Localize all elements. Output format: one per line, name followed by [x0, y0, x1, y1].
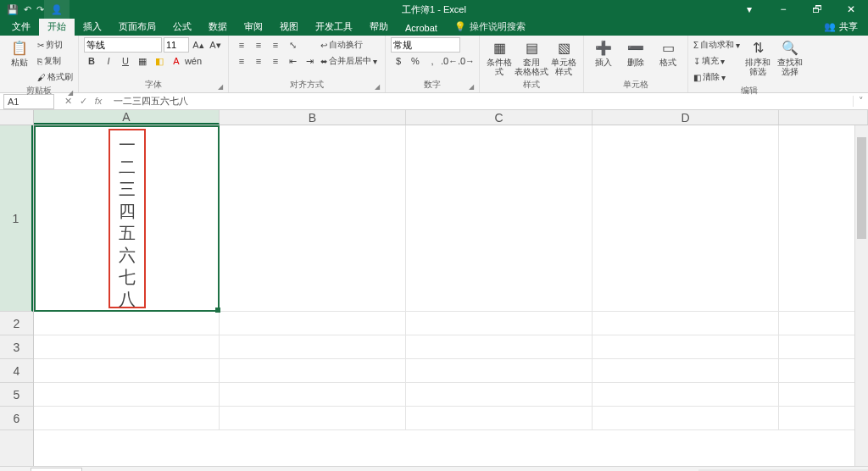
fill-color-button[interactable]: ◧ [152, 53, 167, 69]
align-middle-icon[interactable]: ≡ [251, 37, 266, 53]
increase-font-icon[interactable]: A▴ [191, 37, 206, 53]
sheet-tab-1[interactable]: Sheet1 [31, 468, 82, 471]
find-select-button[interactable]: 🔍查找和选择 [776, 37, 804, 78]
tab-dev[interactable]: 开发工具 [307, 18, 361, 36]
row-header-4[interactable]: 4 [0, 359, 33, 383]
autosum-button[interactable]: Σ自动求和▾ [693, 37, 740, 53]
tab-help[interactable]: 帮助 [361, 18, 397, 36]
sum-label: 自动求和 [700, 39, 734, 51]
tab-data[interactable]: 数据 [200, 18, 236, 36]
wrap-text-button[interactable]: ↩自动换行 [320, 37, 380, 53]
group-number: $ % , .0← .0→ 数字◢ [386, 36, 480, 92]
increase-decimal-icon[interactable]: .0← [442, 53, 457, 69]
insert-cells-button[interactable]: ➕插入 [589, 37, 618, 69]
paste-button[interactable]: 📋 粘贴 [5, 37, 34, 69]
font-name-select[interactable] [84, 37, 162, 53]
col-header-B[interactable]: B [220, 110, 406, 125]
bold-button[interactable]: B [84, 53, 99, 69]
cells-area[interactable]: 一 二 三 四 五 六 七 八 [34, 125, 868, 466]
worksheet-grid[interactable]: A B C D 1 2 3 4 5 6 一 二 三 四 五 六 七 八 [0, 110, 868, 466]
border-button[interactable]: ▦ [135, 53, 150, 69]
column-headers[interactable]: A B C D [34, 110, 868, 125]
number-format-select[interactable] [391, 37, 460, 53]
fill-button[interactable]: ↧填充▾ [693, 53, 740, 69]
redo-icon[interactable]: ↷ [36, 4, 44, 15]
comma-icon[interactable]: , [425, 53, 440, 69]
col-header-C[interactable]: C [406, 110, 593, 125]
account-icon[interactable]: 👤 [44, 0, 70, 19]
align-left-icon[interactable]: ≡ [234, 53, 249, 69]
minimize-icon[interactable]: − [766, 0, 800, 19]
tab-insert[interactable]: 插入 [75, 18, 110, 36]
row-header-3[interactable]: 3 [0, 335, 33, 359]
delete-cells-button[interactable]: ➖删除 [621, 37, 650, 69]
col-header-A[interactable]: A [34, 110, 220, 125]
tab-view[interactable]: 视图 [271, 18, 307, 36]
percent-icon[interactable]: % [408, 53, 423, 69]
cut-button[interactable]: ✂剪切 [37, 37, 73, 53]
vertical-scrollbar[interactable] [854, 125, 868, 466]
decrease-indent-icon[interactable]: ⇤ [285, 53, 300, 69]
tab-home[interactable]: 开始 [39, 18, 75, 36]
format-as-table-button[interactable]: ▤套用 表格格式 [517, 37, 546, 78]
copy-button[interactable]: ⎘复制 [37, 53, 73, 69]
fx-icon[interactable]: fx [92, 96, 105, 107]
align-bottom-icon[interactable]: ≡ [268, 37, 283, 53]
select-all-corner[interactable] [0, 110, 34, 125]
decrease-decimal-icon[interactable]: .0→ [459, 53, 474, 69]
font-color-button[interactable]: A [169, 53, 184, 69]
table-icon: ▤ [523, 39, 540, 56]
increase-indent-icon[interactable]: ⇥ [302, 53, 317, 69]
group-alignment: ≡ ≡ ≡ ⤡ ≡ ≡ ≡ ⇤ ⇥ ↩自动换行 ⬌合并后居中▾ 对齐方式◢ [229, 36, 386, 92]
dialog-launcher-icon[interactable]: ◢ [469, 83, 474, 91]
conditional-formatting-button[interactable]: ▦条件格式 [485, 37, 514, 78]
expand-formula-bar-icon[interactable]: ˅ [853, 96, 868, 107]
save-icon[interactable]: 💾 [7, 4, 19, 15]
clear-button[interactable]: ◧清除▾ [693, 69, 740, 85]
alignment-group-label: 对齐方式 [290, 80, 324, 89]
align-top-icon[interactable]: ≡ [234, 37, 249, 53]
wrap-icon: ↩ [320, 41, 327, 50]
align-center-icon[interactable]: ≡ [251, 53, 266, 69]
row-header-1[interactable]: 1 [0, 125, 33, 312]
col-header-D[interactable]: D [593, 110, 779, 125]
char-6: 六 [119, 244, 136, 266]
format-cells-button[interactable]: ▭格式 [654, 37, 682, 69]
maximize-icon[interactable]: 🗗 [800, 0, 834, 19]
currency-icon[interactable]: $ [391, 53, 406, 69]
font-size-select[interactable] [164, 37, 189, 53]
merge-center-button[interactable]: ⬌合并后居中▾ [320, 53, 380, 69]
italic-button[interactable]: I [101, 53, 116, 69]
tab-formulas[interactable]: 公式 [164, 18, 200, 36]
col-header-next[interactable] [779, 110, 868, 125]
eraser-icon: ◧ [693, 73, 701, 82]
tell-me[interactable]: 💡 操作说明搜索 [446, 18, 534, 36]
orientation-icon[interactable]: ⤡ [285, 37, 300, 53]
decrease-font-icon[interactable]: A▾ [208, 37, 223, 53]
dialog-launcher-icon[interactable]: ◢ [68, 89, 73, 97]
tab-layout[interactable]: 页面布局 [110, 18, 164, 36]
cell-A1-selected[interactable]: 一 二 三 四 五 六 七 八 [34, 125, 220, 312]
ribbon-options-icon[interactable]: ▾ [732, 0, 766, 19]
format-painter-button[interactable]: 🖌格式刷 [37, 69, 73, 85]
scroll-thumb[interactable] [857, 137, 866, 239]
dialog-launcher-icon[interactable]: ◢ [375, 83, 380, 91]
undo-icon[interactable]: ↶ [24, 4, 31, 15]
cell-styles-button[interactable]: ▧单元格样式 [549, 37, 578, 78]
dialog-launcher-icon[interactable]: ◢ [218, 83, 223, 91]
tab-file[interactable]: 文件 [3, 18, 39, 36]
align-right-icon[interactable]: ≡ [268, 53, 283, 69]
underline-button[interactable]: U [118, 53, 133, 69]
fill-handle[interactable] [215, 308, 220, 313]
tab-review[interactable]: 审阅 [236, 18, 271, 36]
enter-formula-icon[interactable]: ✓ [76, 96, 90, 107]
sort-filter-button[interactable]: ⇅排序和筛选 [743, 37, 772, 78]
row-headers[interactable]: 1 2 3 4 5 6 [0, 125, 34, 466]
row-header-5[interactable]: 5 [0, 383, 33, 407]
phonetic-button[interactable]: wén [186, 53, 201, 69]
share-button[interactable]: 👥 共享 [814, 18, 868, 36]
tab-acrobat[interactable]: Acrobat [397, 20, 446, 36]
row-header-2[interactable]: 2 [0, 312, 33, 335]
close-icon[interactable]: ✕ [834, 0, 868, 19]
row-header-6[interactable]: 6 [0, 407, 33, 430]
